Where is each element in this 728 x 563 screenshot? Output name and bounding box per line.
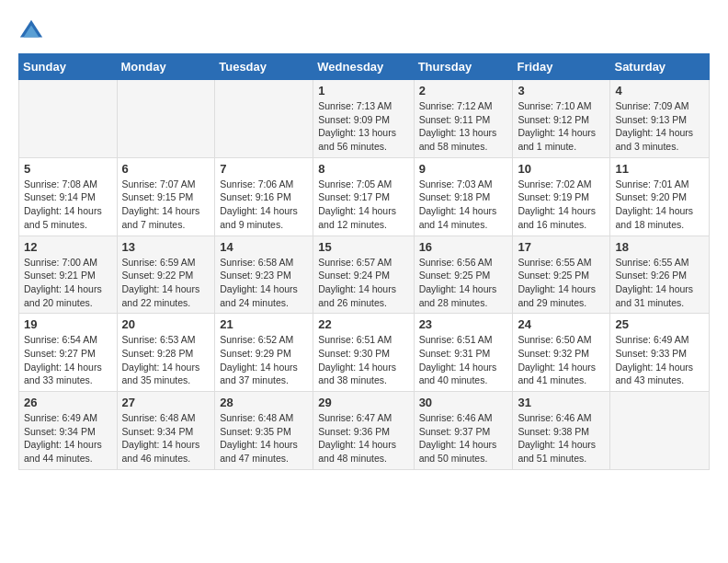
calendar-cell: 12Sunrise: 7:00 AM Sunset: 9:21 PM Dayli…	[19, 236, 118, 314]
day-number: 21	[220, 317, 308, 331]
day-info: Sunrise: 6:59 AM Sunset: 9:22 PM Dayligh…	[122, 256, 210, 310]
calendar-cell: 4Sunrise: 7:09 AM Sunset: 9:13 PM Daylig…	[610, 80, 710, 158]
day-info: Sunrise: 6:53 AM Sunset: 9:28 PM Dayligh…	[122, 333, 210, 387]
calendar-cell: 29Sunrise: 6:47 AM Sunset: 9:36 PM Dayli…	[313, 392, 414, 470]
calendar-cell: 5Sunrise: 7:08 AM Sunset: 9:14 PM Daylig…	[19, 157, 118, 236]
day-number: 12	[24, 240, 112, 254]
day-info: Sunrise: 6:51 AM Sunset: 9:31 PM Dayligh…	[419, 333, 508, 387]
calendar-cell: 13Sunrise: 6:59 AM Sunset: 9:22 PM Dayli…	[117, 236, 215, 314]
weekday-header-thursday: Thursday	[414, 54, 513, 80]
weekday-header-wednesday: Wednesday	[313, 54, 414, 80]
day-number: 8	[318, 162, 408, 176]
day-info: Sunrise: 6:49 AM Sunset: 9:33 PM Dayligh…	[615, 333, 704, 387]
day-info: Sunrise: 7:09 AM Sunset: 9:13 PM Dayligh…	[615, 99, 704, 154]
day-info: Sunrise: 6:48 AM Sunset: 9:35 PM Dayligh…	[220, 411, 308, 465]
day-info: Sunrise: 6:55 AM Sunset: 9:26 PM Dayligh…	[615, 256, 704, 310]
day-info: Sunrise: 6:50 AM Sunset: 9:32 PM Dayligh…	[518, 333, 605, 387]
week-row-1: 1Sunrise: 7:13 AM Sunset: 9:09 PM Daylig…	[19, 80, 710, 158]
day-info: Sunrise: 6:56 AM Sunset: 9:25 PM Dayligh…	[419, 256, 508, 310]
day-info: Sunrise: 7:10 AM Sunset: 9:12 PM Dayligh…	[518, 99, 605, 154]
day-number: 31	[518, 396, 605, 409]
day-number: 3	[518, 84, 605, 98]
calendar-cell: 11Sunrise: 7:01 AM Sunset: 9:20 PM Dayli…	[610, 157, 710, 236]
day-number: 14	[220, 240, 308, 254]
calendar-cell: 17Sunrise: 6:55 AM Sunset: 9:25 PM Dayli…	[513, 236, 610, 314]
day-info: Sunrise: 6:57 AM Sunset: 9:24 PM Dayligh…	[318, 256, 408, 310]
day-info: Sunrise: 6:46 AM Sunset: 9:38 PM Dayligh…	[518, 411, 605, 465]
calendar-cell: 15Sunrise: 6:57 AM Sunset: 9:24 PM Dayli…	[313, 236, 414, 314]
day-info: Sunrise: 7:07 AM Sunset: 9:15 PM Dayligh…	[122, 178, 210, 232]
day-info: Sunrise: 6:52 AM Sunset: 9:29 PM Dayligh…	[220, 333, 308, 387]
day-info: Sunrise: 7:02 AM Sunset: 9:19 PM Dayligh…	[518, 178, 605, 232]
day-number: 4	[615, 84, 704, 98]
day-number: 23	[419, 317, 508, 331]
weekday-header-saturday: Saturday	[610, 54, 710, 80]
calendar-cell	[19, 80, 118, 158]
day-number: 28	[220, 396, 308, 409]
calendar-cell: 20Sunrise: 6:53 AM Sunset: 9:28 PM Dayli…	[117, 314, 215, 392]
calendar-cell: 22Sunrise: 6:51 AM Sunset: 9:30 PM Dayli…	[313, 314, 414, 392]
logo	[18, 18, 48, 44]
weekday-header-sunday: Sunday	[19, 54, 118, 80]
calendar-cell: 25Sunrise: 6:49 AM Sunset: 9:33 PM Dayli…	[610, 314, 710, 392]
calendar-cell: 3Sunrise: 7:10 AM Sunset: 9:12 PM Daylig…	[513, 80, 610, 158]
day-number: 20	[122, 317, 210, 331]
calendar-cell: 16Sunrise: 6:56 AM Sunset: 9:25 PM Dayli…	[414, 236, 513, 314]
day-number: 15	[318, 240, 408, 254]
calendar-cell: 31Sunrise: 6:46 AM Sunset: 9:38 PM Dayli…	[513, 392, 610, 470]
day-number: 16	[419, 240, 508, 254]
day-info: Sunrise: 6:48 AM Sunset: 9:34 PM Dayligh…	[122, 411, 210, 465]
calendar-cell: 9Sunrise: 7:03 AM Sunset: 9:18 PM Daylig…	[414, 157, 513, 236]
day-info: Sunrise: 7:00 AM Sunset: 9:21 PM Dayligh…	[24, 256, 112, 310]
day-number: 26	[24, 396, 112, 409]
day-number: 22	[318, 317, 408, 331]
day-number: 30	[419, 396, 508, 409]
day-info: Sunrise: 7:13 AM Sunset: 9:09 PM Dayligh…	[318, 99, 408, 154]
week-row-5: 26Sunrise: 6:49 AM Sunset: 9:34 PM Dayli…	[19, 392, 710, 470]
calendar-cell: 27Sunrise: 6:48 AM Sunset: 9:34 PM Dayli…	[117, 392, 215, 470]
day-number: 11	[615, 162, 704, 176]
day-number: 24	[518, 317, 605, 331]
calendar-cell: 1Sunrise: 7:13 AM Sunset: 9:09 PM Daylig…	[313, 80, 414, 158]
calendar-cell: 28Sunrise: 6:48 AM Sunset: 9:35 PM Dayli…	[215, 392, 313, 470]
day-number: 27	[122, 396, 210, 409]
week-row-3: 12Sunrise: 7:00 AM Sunset: 9:21 PM Dayli…	[19, 236, 710, 314]
page-header	[18, 18, 710, 44]
day-info: Sunrise: 7:12 AM Sunset: 9:11 PM Dayligh…	[419, 99, 508, 154]
weekday-header-row: SundayMondayTuesdayWednesdayThursdayFrid…	[19, 54, 710, 80]
weekday-header-tuesday: Tuesday	[215, 54, 313, 80]
calendar-cell: 7Sunrise: 7:06 AM Sunset: 9:16 PM Daylig…	[215, 157, 313, 236]
day-number: 25	[615, 317, 704, 331]
day-info: Sunrise: 6:49 AM Sunset: 9:34 PM Dayligh…	[24, 411, 112, 465]
day-number: 6	[122, 162, 210, 176]
day-info: Sunrise: 6:54 AM Sunset: 9:27 PM Dayligh…	[24, 333, 112, 387]
calendar-cell	[215, 80, 313, 158]
calendar-cell: 6Sunrise: 7:07 AM Sunset: 9:15 PM Daylig…	[117, 157, 215, 236]
calendar-cell: 24Sunrise: 6:50 AM Sunset: 9:32 PM Dayli…	[513, 314, 610, 392]
day-info: Sunrise: 6:55 AM Sunset: 9:25 PM Dayligh…	[518, 256, 605, 310]
weekday-header-friday: Friday	[513, 54, 610, 80]
day-number: 18	[615, 240, 704, 254]
day-info: Sunrise: 7:03 AM Sunset: 9:18 PM Dayligh…	[419, 178, 508, 232]
day-number: 9	[419, 162, 508, 176]
calendar-cell: 30Sunrise: 6:46 AM Sunset: 9:37 PM Dayli…	[414, 392, 513, 470]
calendar-cell: 14Sunrise: 6:58 AM Sunset: 9:23 PM Dayli…	[215, 236, 313, 314]
day-number: 13	[122, 240, 210, 254]
day-number: 19	[24, 317, 112, 331]
calendar-cell: 10Sunrise: 7:02 AM Sunset: 9:19 PM Dayli…	[513, 157, 610, 236]
day-number: 7	[220, 162, 308, 176]
calendar-cell: 2Sunrise: 7:12 AM Sunset: 9:11 PM Daylig…	[414, 80, 513, 158]
calendar-cell: 23Sunrise: 6:51 AM Sunset: 9:31 PM Dayli…	[414, 314, 513, 392]
day-info: Sunrise: 7:08 AM Sunset: 9:14 PM Dayligh…	[24, 178, 112, 232]
logo-icon	[18, 18, 44, 44]
day-info: Sunrise: 6:51 AM Sunset: 9:30 PM Dayligh…	[318, 333, 408, 387]
calendar-cell: 19Sunrise: 6:54 AM Sunset: 9:27 PM Dayli…	[19, 314, 118, 392]
calendar-cell	[117, 80, 215, 158]
day-number: 10	[518, 162, 605, 176]
calendar-cell: 26Sunrise: 6:49 AM Sunset: 9:34 PM Dayli…	[19, 392, 118, 470]
day-number: 29	[318, 396, 408, 409]
calendar-cell	[610, 392, 710, 470]
day-info: Sunrise: 6:46 AM Sunset: 9:37 PM Dayligh…	[419, 411, 508, 465]
day-info: Sunrise: 7:01 AM Sunset: 9:20 PM Dayligh…	[615, 178, 704, 232]
day-number: 1	[318, 84, 408, 98]
